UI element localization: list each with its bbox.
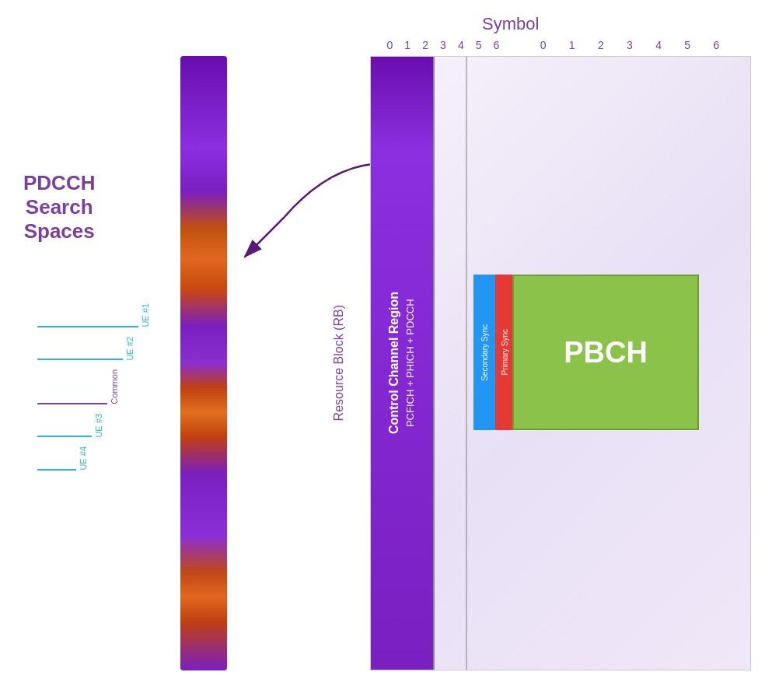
ue1-label: UE #1	[141, 303, 150, 327]
common-label: Common	[110, 369, 119, 404]
sym-num-2-right: 2	[593, 39, 609, 51]
sym-num-5-left: 5	[471, 39, 487, 51]
right-diagram: Control Channel Region PCFICH + PHICH + …	[370, 56, 751, 670]
control-channel-text: Control Channel Region PCFICH + PHICH + …	[386, 292, 417, 434]
ue2-item: UE #2	[37, 337, 193, 361]
sym-num-2-left: 2	[417, 39, 433, 51]
sym-num-0-left: 0	[382, 39, 397, 51]
sym-num-3-right: 3	[622, 39, 638, 51]
common-line	[37, 403, 107, 404]
secondary-sync-bar: Secondary Sync	[473, 275, 495, 430]
ue3-line	[37, 436, 92, 437]
ue1-line	[37, 326, 138, 327]
center-vertical-line	[466, 57, 467, 670]
sym-num-1-right: 1	[564, 39, 580, 51]
pdcch-search-spaces-label: PDCCHSearchSpaces	[23, 171, 95, 244]
ue2-label: UE #2	[125, 337, 134, 361]
ue-labels-container: UE #1 UE #2 Common UE #3 UE #4	[37, 303, 193, 471]
secondary-sync-label: Secondary Sync	[480, 324, 489, 381]
resource-block-label-container: Resource Block (RB)	[308, 56, 370, 670]
symbol-numbers-left: 0 1 2 3 4 5 6	[381, 39, 505, 51]
primary-sync-bar: Primary Sync	[495, 275, 514, 430]
main-container: Symbol 0 1 2 3 4 5 6 0 1 2 3 4 5 6 PDCCH…	[0, 0, 765, 700]
primary-sync-label: Primary Sync	[501, 329, 509, 375]
common-item: Common	[37, 369, 193, 404]
sym-num-4-left: 4	[453, 39, 469, 51]
ue4-line	[37, 469, 76, 471]
ue3-item: UE #3	[37, 414, 193, 438]
pbch-box: PBCH	[512, 275, 699, 430]
right-content-area: Secondary Sync Primary Sync PBCH	[435, 57, 750, 670]
symbol-axis-label: Symbol	[482, 14, 539, 34]
control-channel-column: Control Channel Region PCFICH + PHICH + …	[371, 57, 433, 670]
sym-num-6-left: 6	[488, 39, 504, 51]
ue3-label: UE #3	[94, 414, 103, 438]
symbol-numbers-right: 0 1 2 3 4 5 6	[529, 39, 731, 51]
pbch-label: PBCH	[564, 336, 648, 369]
ue4-item: UE #4	[37, 446, 193, 471]
sym-num-0-right: 0	[536, 39, 551, 51]
sym-num-3-left: 3	[435, 39, 451, 51]
sym-num-4-right: 4	[651, 39, 666, 51]
sym-num-5-right: 5	[679, 39, 695, 51]
ue1-item: UE #1	[37, 303, 193, 327]
sym-num-6-right: 6	[708, 39, 724, 51]
left-bar-visualization	[180, 56, 227, 670]
sym-num-1-left: 1	[400, 39, 415, 51]
ue2-line	[37, 359, 123, 360]
resource-block-label: Resource Block (RB)	[332, 305, 346, 421]
ue4-label: UE #4	[79, 446, 88, 471]
